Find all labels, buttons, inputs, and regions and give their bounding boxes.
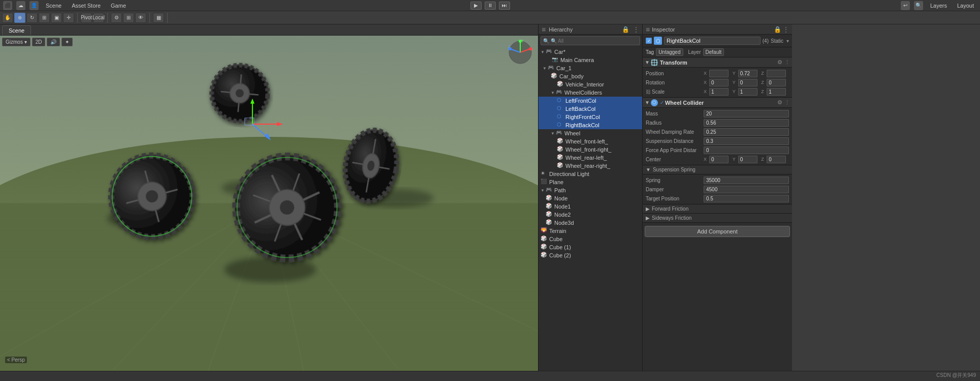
position-x-input[interactable] xyxy=(709,70,729,77)
layer-dropdown[interactable]: ▦ xyxy=(153,13,164,23)
tree-item-cube1[interactable]: 🎲 Cube (1) xyxy=(539,243,642,251)
tree-item-path[interactable]: ▼ 🎮 Path xyxy=(539,186,642,194)
rotate-tool[interactable]: ↻ xyxy=(26,13,38,23)
game-menu[interactable]: Game xyxy=(108,2,129,10)
tree-item-left-front-col[interactable]: ⬡ LeftFrontCol xyxy=(539,97,642,105)
tree-item-car-body[interactable]: 🎲 Car_body xyxy=(539,72,642,80)
object-enabled-checkbox[interactable]: ✓ xyxy=(646,38,652,44)
rect-tool[interactable]: ▣ xyxy=(51,13,62,23)
static-dropdown-arrow[interactable]: ▾ xyxy=(786,38,789,44)
grid-btn[interactable]: ⊞ xyxy=(123,13,134,23)
damper-input[interactable] xyxy=(704,186,789,193)
cloud-icon[interactable]: ☁ xyxy=(16,1,25,10)
tree-item-directional-light[interactable]: ☀ Directional Light xyxy=(539,170,642,178)
force-app-input[interactable] xyxy=(704,146,789,154)
add-component-button[interactable]: Add Component xyxy=(645,226,790,237)
tag-select[interactable]: Untagged xyxy=(656,48,683,56)
tree-item-car[interactable]: ▼ 🎮 Car* xyxy=(539,48,642,56)
search-icon[interactable]: 🔍 xyxy=(914,1,923,10)
transform-settings-icon[interactable]: ⚙ xyxy=(777,59,782,66)
tree-item-wheel-colliders[interactable]: ▼ 🎮 WheelColliders xyxy=(539,89,642,97)
tree-item-wheel-front-left[interactable]: 🎲 Wheel_front-left_ xyxy=(539,137,642,145)
hierarchy-search-input[interactable] xyxy=(551,38,638,44)
visuals-btn[interactable]: 👁 xyxy=(135,13,146,23)
local-btn[interactable]: Local xyxy=(93,13,104,23)
scene-view[interactable]: Scene xyxy=(0,24,538,371)
wheel-damping-input[interactable] xyxy=(704,128,789,136)
inspector-options-icon[interactable]: ⋮ xyxy=(783,26,789,33)
tree-item-cube2[interactable]: 🎲 Cube (2) xyxy=(539,251,642,259)
play-button[interactable]: ▶ xyxy=(470,2,482,10)
scene-menu[interactable]: Scene xyxy=(43,2,65,10)
layer-select[interactable]: Default xyxy=(703,48,724,56)
hierarchy-lock-icon[interactable]: 🔒 xyxy=(622,26,629,33)
center-z-input[interactable] xyxy=(767,156,786,163)
spring-input[interactable] xyxy=(704,177,789,184)
sideways-friction-header[interactable]: ▶ Sideways Friction xyxy=(643,214,792,223)
undo-icon[interactable]: ↩ xyxy=(901,1,910,10)
scale-tool[interactable]: ⊞ xyxy=(39,13,50,23)
layout-menu[interactable]: Layout xyxy=(954,2,977,10)
tree-item-car1[interactable]: ▼ 🎮 Car_1 xyxy=(539,64,642,72)
suspension-dist-input[interactable] xyxy=(704,137,789,145)
rotation-y-input[interactable] xyxy=(738,79,757,86)
rotation-x-input[interactable] xyxy=(709,79,729,86)
tree-item-node1[interactable]: 🎲 Node1 xyxy=(539,202,642,211)
position-z-input[interactable] xyxy=(767,70,786,77)
tree-item-wheel[interactable]: ▼ 🎮 Wheel xyxy=(539,129,642,137)
tree-item-cube[interactable]: 🎲 Cube xyxy=(539,235,642,243)
hierarchy-search[interactable]: 🔍 xyxy=(541,36,640,45)
tree-item-vehicle-interior[interactable]: 🎲 Vehicle_Interior xyxy=(539,80,642,89)
scale-x-input[interactable] xyxy=(709,88,729,96)
tree-item-wheel-rear-right[interactable]: 🎲 Wheel_rear-right_ xyxy=(539,162,642,170)
move-tool[interactable]: ⊕ xyxy=(14,13,25,23)
step-button[interactable]: ⏭ xyxy=(499,2,510,10)
effects-btn[interactable]: ✦ xyxy=(61,38,73,46)
sound-btn[interactable]: 🔊 xyxy=(47,38,60,46)
inspector-lock-icon[interactable]: 🔒 xyxy=(774,26,781,33)
pause-button[interactable]: ⏸ xyxy=(485,2,496,10)
gizmos-btn[interactable]: Gizmos ▾ xyxy=(2,38,30,46)
hierarchy-options-icon[interactable]: ⋮ xyxy=(633,26,639,33)
suspension-spring-header[interactable]: ▼ Suspension Spring xyxy=(643,165,792,174)
wc-more-icon[interactable]: ⋮ xyxy=(784,99,790,106)
pivot-btn[interactable]: Pivot xyxy=(81,13,92,23)
transform-tool[interactable]: ✛ xyxy=(63,13,74,23)
transform-more-icon[interactable]: ⋮ xyxy=(784,59,790,66)
scene-tab[interactable]: Scene xyxy=(2,25,31,35)
forward-friction-header[interactable]: ▶ Forward Friction xyxy=(643,204,792,214)
rotation-z-input[interactable] xyxy=(767,79,786,86)
tree-item-node[interactable]: 🎲 Node xyxy=(539,194,642,202)
tree-item-right-front-col[interactable]: ⬡ RightFrontCol xyxy=(539,113,642,121)
wc-settings-icon[interactable]: ⚙ xyxy=(777,99,782,106)
2d-btn[interactable]: 2D xyxy=(32,38,46,46)
scale-y-input[interactable] xyxy=(738,88,757,96)
snap-settings[interactable]: ⚙ xyxy=(111,13,122,23)
suspension-dist-row: Suspension Distance xyxy=(645,136,790,145)
tree-item-wheel-front-right[interactable]: 🎲 Wheel_front-right_ xyxy=(539,145,642,154)
layers-menu[interactable]: Layers xyxy=(927,2,950,10)
target-position-input[interactable] xyxy=(704,195,789,202)
tree-item-node2[interactable]: 🎲 Node2 xyxy=(539,211,642,219)
object-name-field[interactable]: RightBackCol xyxy=(664,37,761,45)
wheel-collider-header[interactable]: ▼ ⬡ ✓ Wheel Collider ⚙ ⋮ xyxy=(643,98,792,108)
orientation-gizmo[interactable]: X Y Z xyxy=(508,40,533,65)
transform-component-header[interactable]: ▼ Transform ⚙ ⋮ xyxy=(643,57,792,68)
center-x-input[interactable] xyxy=(709,156,729,163)
tree-item-wheel-rear-left[interactable]: 🎲 Wheel_rear-left_ xyxy=(539,154,642,162)
tree-item-plane[interactable]: ⬛ Plane xyxy=(539,178,642,186)
position-y-input[interactable] xyxy=(738,70,757,77)
scale-z-input[interactable] xyxy=(767,88,786,96)
hand-tool[interactable]: ✋ xyxy=(2,13,13,23)
radius-input[interactable] xyxy=(704,119,789,127)
center-y-input[interactable] xyxy=(738,156,757,163)
tree-item-main-camera[interactable]: 📷 Main Camera xyxy=(539,56,642,64)
tree-item-right-back-col[interactable]: ⬡ RightBackCol xyxy=(539,121,642,129)
asset-store-menu[interactable]: Asset Store xyxy=(69,2,104,10)
account-icon[interactable]: 👤 xyxy=(29,1,39,10)
tree-item-left-back-col[interactable]: ⬡ LeftBackCol xyxy=(539,105,642,113)
mass-input[interactable] xyxy=(704,110,789,118)
unity-icon[interactable]: ⬛ xyxy=(3,1,12,10)
tree-item-terrain[interactable]: 🌄 Terrain xyxy=(539,227,642,235)
tree-item-node3d[interactable]: 🎲 Node3d xyxy=(539,219,642,227)
